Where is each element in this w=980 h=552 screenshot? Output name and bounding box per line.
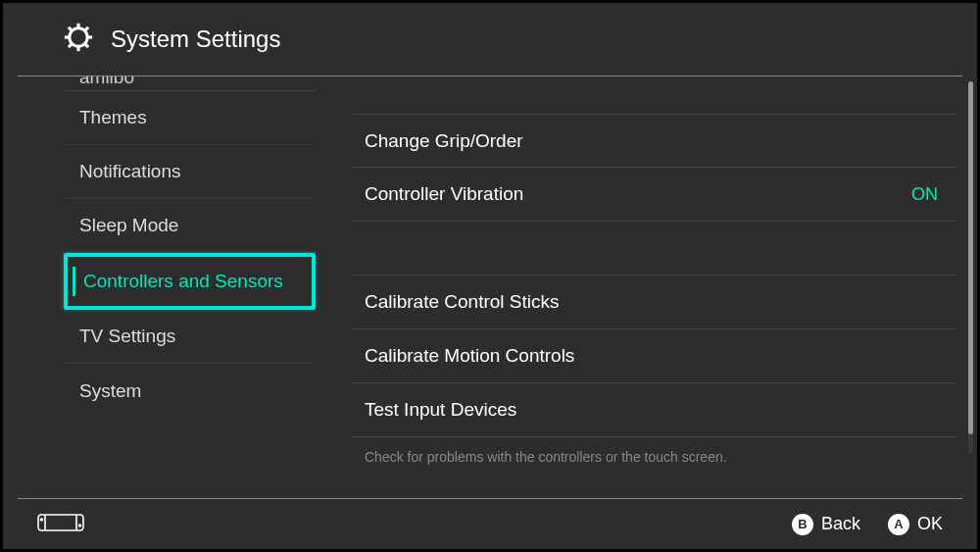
sidebar-item-label: Controllers and Sensors xyxy=(83,271,283,292)
sidebar-item-label: Sleep Mode xyxy=(79,215,178,236)
svg-point-11 xyxy=(79,525,81,527)
option-change-grip-order[interactable]: Change Grip/Order xyxy=(353,114,957,168)
option-controller-vibration[interactable]: Controller Vibration ON xyxy=(353,168,957,222)
footer-buttons: B Back A OK xyxy=(792,514,943,535)
back-button[interactable]: B Back xyxy=(792,514,860,535)
option-spacer xyxy=(353,222,957,276)
option-label: Test Input Devices xyxy=(365,399,516,421)
footer: B Back A OK xyxy=(18,498,962,549)
option-test-input-devices[interactable]: Test Input Devices xyxy=(353,383,957,437)
sidebar: amiibo Themes Notifications Sleep Mode C… xyxy=(3,76,321,486)
ok-label: OK xyxy=(917,514,943,534)
svg-line-8 xyxy=(85,27,88,30)
sidebar-item-system[interactable]: System xyxy=(64,364,316,418)
sidebar-item-amiibo[interactable]: amiibo xyxy=(64,76,316,91)
sidebar-item-label: Themes xyxy=(79,107,147,128)
back-label: Back xyxy=(821,514,860,534)
controller-icon xyxy=(37,512,84,537)
sidebar-item-label: amiibo xyxy=(79,76,134,88)
sidebar-item-label: TV Settings xyxy=(79,326,175,347)
sidebar-item-label: System xyxy=(79,380,141,402)
option-calibrate-motion-controls[interactable]: Calibrate Motion Controls xyxy=(353,329,957,383)
svg-line-7 xyxy=(69,44,72,47)
sidebar-item-tv-settings[interactable]: TV Settings xyxy=(64,310,316,364)
sidebar-item-themes[interactable]: Themes xyxy=(64,91,316,145)
sidebar-item-label: Notifications xyxy=(79,161,181,182)
option-label: Controller Vibration xyxy=(365,183,523,205)
option-label: Calibrate Motion Controls xyxy=(365,345,574,367)
sidebar-item-notifications[interactable]: Notifications xyxy=(64,145,316,199)
svg-line-5 xyxy=(69,27,72,30)
main-panel: Change Grip/Order Controller Vibration O… xyxy=(321,76,977,486)
option-label: Change Grip/Order xyxy=(365,130,523,152)
option-calibrate-control-sticks[interactable]: Calibrate Control Sticks xyxy=(353,276,957,329)
page-title: System Settings xyxy=(111,25,280,53)
ok-button[interactable]: A OK xyxy=(888,514,943,535)
svg-point-0 xyxy=(70,28,87,46)
sidebar-item-sleep-mode[interactable]: Sleep Mode xyxy=(64,199,316,253)
option-value: ON xyxy=(911,184,938,205)
svg-line-6 xyxy=(85,44,88,47)
svg-rect-9 xyxy=(45,515,76,530)
sidebar-item-controllers-sensors[interactable]: Controllers and Sensors xyxy=(64,253,316,310)
gear-icon xyxy=(62,21,111,58)
svg-point-10 xyxy=(41,519,43,521)
header: System Settings xyxy=(18,3,962,76)
option-hint: Check for problems with the controllers … xyxy=(353,437,957,465)
b-button-icon: B xyxy=(792,514,813,535)
scrollbar-thumb[interactable] xyxy=(968,81,973,434)
a-button-icon: A xyxy=(888,514,909,535)
option-label: Calibrate Control Sticks xyxy=(365,291,560,313)
content-area: amiibo Themes Notifications Sleep Mode C… xyxy=(3,76,977,486)
